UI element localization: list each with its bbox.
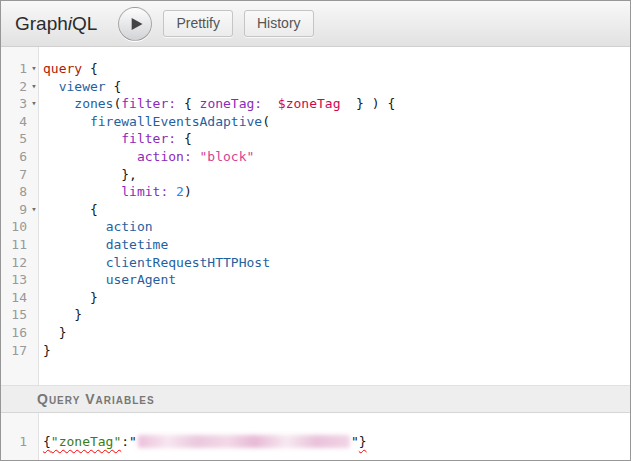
code-line[interactable]: 1{"zoneTag":""}	[1, 433, 630, 451]
line-number: 16	[1, 324, 29, 342]
query-variables-title: Query Variables	[37, 391, 155, 407]
line-number: 4	[1, 113, 29, 131]
code-text: }	[39, 342, 51, 360]
fold-gutter-spacer	[29, 130, 39, 148]
logo-text-post: QL	[72, 13, 97, 34]
fold-gutter-spacer	[29, 271, 39, 289]
line-number: 15	[1, 306, 29, 324]
code-line[interactable]: 6 action: "block"	[1, 148, 630, 166]
line-number: 6	[1, 148, 29, 166]
fold-gutter-spacer	[29, 289, 39, 307]
fold-gutter-spacer	[29, 113, 39, 131]
code-text: zones(filter: { zoneTag: $zoneTag } ) {	[39, 95, 395, 113]
code-text: filter: {	[39, 130, 192, 148]
fold-gutter-spacer	[29, 324, 39, 342]
code-line[interactable]: 3▾ zones(filter: { zoneTag: $zoneTag } )…	[1, 95, 630, 113]
code-line[interactable]: 4 firewallEventsAdaptive(	[1, 113, 630, 131]
fold-arrow-icon[interactable]: ▾	[29, 201, 39, 219]
play-icon	[119, 7, 151, 41]
execute-query-button[interactable]	[118, 7, 152, 41]
query-code-lines: 1▾query {2▾ viewer {3▾ zones(filter: { z…	[1, 47, 630, 359]
line-number: 14	[1, 289, 29, 307]
line-number: 2	[1, 78, 29, 96]
code-text: userAgent	[39, 271, 176, 289]
query-variables-header[interactable]: Query Variables	[1, 385, 630, 413]
code-line[interactable]: 15 }	[1, 306, 630, 324]
code-line[interactable]: 13 userAgent	[1, 271, 630, 289]
fold-gutter-spacer	[29, 148, 39, 166]
fold-gutter-spacer	[29, 183, 39, 201]
code-text: viewer {	[39, 78, 121, 96]
history-button[interactable]: History	[244, 10, 314, 37]
graphiql-logo: GraphiQL	[15, 13, 97, 35]
code-text: }	[39, 306, 82, 324]
code-line[interactable]: 8 limit: 2)	[1, 183, 630, 201]
toolbar: GraphiQL Prettify History	[1, 1, 630, 47]
code-line[interactable]: 7 },	[1, 166, 630, 184]
fold-arrow-icon[interactable]: ▾	[29, 95, 39, 113]
code-text: }	[39, 289, 98, 307]
line-number: 10	[1, 218, 29, 236]
code-text: action	[39, 218, 153, 236]
variables-editor[interactable]: 1{"zoneTag":""}	[1, 413, 630, 460]
code-text: firewallEventsAdaptive(	[39, 113, 270, 131]
fold-gutter-spacer	[29, 166, 39, 184]
code-line[interactable]: 16 }	[1, 324, 630, 342]
fold-gutter-spacer	[29, 306, 39, 324]
code-text: clientRequestHTTPHost	[39, 254, 270, 272]
code-line[interactable]: 2▾ viewer {	[1, 78, 630, 96]
line-number: 5	[1, 130, 29, 148]
line-number: 12	[1, 254, 29, 272]
line-number: 1	[1, 60, 29, 78]
fold-arrow-icon[interactable]: ▾	[29, 78, 39, 96]
line-number: 17	[1, 342, 29, 360]
code-line[interactable]: 10 action	[1, 218, 630, 236]
code-line[interactable]: 9▾ {	[1, 201, 630, 219]
code-line[interactable]: 12 clientRequestHTTPHost	[1, 254, 630, 272]
line-number: 1	[1, 433, 29, 451]
redacted-value-blur	[138, 435, 350, 448]
line-number: 8	[1, 183, 29, 201]
code-text: datetime	[39, 236, 168, 254]
prettify-button[interactable]: Prettify	[163, 10, 233, 37]
fold-gutter-spacer	[29, 433, 39, 451]
logo-text-pre: Graph	[15, 13, 68, 34]
code-text: }	[39, 324, 66, 342]
fold-gutter-spacer	[29, 254, 39, 272]
fold-gutter-spacer	[29, 236, 39, 254]
line-number: 3	[1, 95, 29, 113]
code-line[interactable]: 14 }	[1, 289, 630, 307]
line-number: 11	[1, 236, 29, 254]
code-text: limit: 2)	[39, 183, 192, 201]
code-text: {"zoneTag":""}	[39, 433, 367, 451]
code-text: query {	[39, 60, 98, 78]
fold-gutter-spacer	[29, 218, 39, 236]
code-text: },	[39, 166, 137, 184]
line-number: 13	[1, 271, 29, 289]
query-editor[interactable]: 1▾query {2▾ viewer {3▾ zones(filter: { z…	[1, 47, 630, 385]
code-text: {	[39, 201, 98, 219]
code-text: action: "block"	[39, 148, 254, 166]
code-line[interactable]: 11 datetime	[1, 236, 630, 254]
variables-code-lines: 1{"zoneTag":""}	[1, 413, 630, 451]
code-line[interactable]: 1▾query {	[1, 60, 630, 78]
line-number: 7	[1, 166, 29, 184]
code-line[interactable]: 17}	[1, 342, 630, 360]
fold-gutter-spacer	[29, 342, 39, 360]
graphiql-window: GraphiQL Prettify History 1▾query {2▾ vi…	[0, 0, 631, 461]
line-number: 9	[1, 201, 29, 219]
code-line[interactable]: 5 filter: {	[1, 130, 630, 148]
fold-arrow-icon[interactable]: ▾	[29, 60, 39, 78]
